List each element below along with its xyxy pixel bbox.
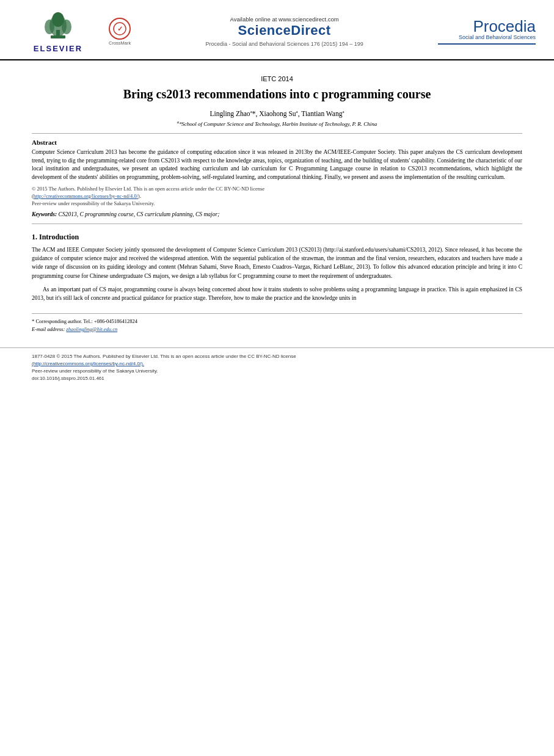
procedia-line [438,43,536,45]
footer-line1: 1877-0428 © 2015 The Authors. Published … [32,354,296,359]
footnote-area: * Corresponding author. Tel.: +086-04518… [32,313,522,333]
main-content: IETC 2014 Bring cs2013 recommendations i… [0,60,554,339]
abstract-section: Abstract Computer Science Curriculum 201… [32,139,522,219]
section1-para2: As an important part of CS major, progra… [32,285,522,303]
crossmark-icon: ✓ [109,18,131,40]
keywords-values: CS2013, C programming course, CS curricu… [59,211,220,217]
footer-link[interactable]: (http://creativecommons.org/licenses/by-… [32,361,144,366]
journal-info: Procedia - Social and Behavioral Science… [131,41,438,47]
footer-text: 1877-0428 © 2015 The Authors. Published … [32,353,522,382]
header-center: Available online at www.sciencedirect.co… [131,16,438,47]
conference-label: IETC 2014 [32,75,522,82]
sciencedirect-title: ScienceDirect [131,23,438,38]
article-title: Bring cs2013 recommendations into c prog… [32,86,522,102]
copyright-text: © 2015 The Authors. Published by Elsevie… [32,186,522,208]
svg-rect-5 [51,35,65,38]
footer-doi: doi:10.1016/j.sbspro.2015.01.461 [32,376,104,381]
peer-review-text: Peer-review under responsibility of the … [32,200,155,206]
email-label: E-mail address: [32,326,65,332]
keywords-label: Keywords: [32,211,57,217]
elsevier-logo-icon [40,9,76,42]
footnote-email: E-mail address: zhaolingling@hit.edu.cn [32,325,522,333]
procedia-title: Procedia [438,18,536,34]
footer: 1877-0428 © 2015 The Authors. Published … [0,347,554,386]
abstract-divider [32,224,522,224]
footer-peer-review: Peer-review under responsibility of the … [32,368,158,374]
crossmark-label: CrossMark [109,40,131,46]
crossmark-area: ✓ CrossMark [109,18,131,46]
footnote-star: * Corresponding author. Tel.: +086-04518… [32,318,522,325]
page: ELSEVIER ✓ CrossMark Available online at… [0,0,554,756]
title-divider [32,133,522,134]
section1-heading: 1. Introduction [32,233,522,242]
elsevier-label: ELSEVIER [34,44,82,53]
header-left: ELSEVIER [18,9,98,54]
affiliation: aᵃSchool of Computer Science and Technol… [32,120,522,127]
header-right: Procedia Social and Behavioral Sciences [438,18,536,45]
abstract-text: Computer Science Curriculum 2013 has bec… [32,148,522,182]
svg-point-4 [52,12,64,27]
section1-para1: The ACM and IEEE Computer Society jointl… [32,245,522,280]
keywords-text: Keywords: CS2013, C programming course, … [32,211,522,219]
available-online-text: Available online at www.sciencedirect.co… [131,16,438,23]
email-link[interactable]: zhaolingling@hit.edu.cn [66,326,117,332]
svg-text:✓: ✓ [117,25,123,32]
procedia-subtitle: Social and Behavioral Sciences [438,34,536,42]
abstract-heading: Abstract [32,139,522,146]
header: ELSEVIER ✓ CrossMark Available online at… [0,0,554,60]
authors: Lingling Zhaoa*, Xiaohong Sua, Tiantian … [32,109,522,117]
copyright-link[interactable]: http://creativecommons.org/licenses/by-n… [34,193,138,199]
